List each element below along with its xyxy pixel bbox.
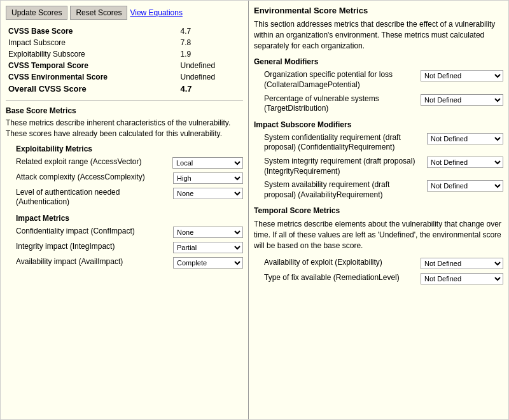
- impact-section: Impact Metrics Confidentiality impact (C…: [6, 214, 243, 269]
- metric-label: Organization specific potential for loss…: [264, 70, 421, 90]
- metric-label: Availability of exploit (Exploitability): [264, 258, 421, 268]
- metric-row: Integrity impact (IntegImpact)NonePartia…: [6, 242, 243, 253]
- metric-select[interactable]: NonePartialComplete: [173, 257, 243, 269]
- impact-subscore-value: 7.8: [179, 38, 242, 48]
- left-panel: Update Scores Reset Scores View Equation…: [1, 1, 249, 419]
- metric-label: System availability requirement (draft p…: [264, 180, 427, 200]
- metric-label: Attack complexity (AccessComplexity): [16, 172, 173, 183]
- metric-select[interactable]: NonePartialComplete: [173, 242, 243, 253]
- metric-select[interactable]: Not DefinedLowMediumHigh: [427, 133, 503, 144]
- impact-title: Impact Metrics: [16, 214, 243, 223]
- exploitability-subscore-label: Exploitability Subscore: [7, 49, 178, 59]
- overall-score-label: Overall CVSS Score: [7, 83, 178, 94]
- base-score-label: CVSS Base Score: [7, 26, 178, 36]
- env-score-title: Environmental Score Metrics: [254, 6, 503, 15]
- base-metrics-title: Base Score Metrics: [6, 106, 243, 115]
- impact-modifiers-title: Impact Subscore Modifiers: [254, 120, 503, 129]
- metric-label: System confidentiality requirement (draf…: [264, 133, 427, 153]
- metric-row: Related exploit range (AccessVector)Loca…: [6, 157, 243, 169]
- metric-row: Confidentiality impact (ConfImpact)NoneP…: [6, 227, 243, 238]
- temporal-metrics-section: Temporal Score Metrics These metrics des…: [254, 206, 503, 284]
- general-modifiers-title: General Modifiers: [254, 57, 503, 66]
- metric-row: Availability of exploit (Exploitability)…: [254, 258, 503, 269]
- impact-modifiers-section: Impact Subscore Modifiers System confide…: [254, 120, 503, 200]
- metric-row: Organization specific potential for loss…: [254, 70, 503, 90]
- metric-row: Availability impact (AvailImpact)NonePar…: [6, 257, 243, 269]
- metric-row: System integrity requirement (draft prop…: [254, 157, 503, 176]
- metric-select[interactable]: HighMediumLow: [173, 172, 243, 184]
- metric-select[interactable]: Not DefinedNoneLowLow-MediumMedium-HighH…: [421, 70, 503, 81]
- exploitability-subscore-value: 1.9: [179, 49, 242, 59]
- metric-label: Percentage of vulnerable systems (Target…: [264, 94, 421, 114]
- environmental-score-value: Undefined: [179, 72, 242, 82]
- metric-label: Type of fix available (RemediationLevel): [264, 273, 421, 283]
- exploitability-section: Exploitability Metrics Related exploit r…: [6, 144, 243, 207]
- overall-score-value: 4.7: [179, 83, 242, 94]
- metric-select[interactable]: LocalAdjacent NetworkNetwork: [172, 157, 243, 169]
- base-metrics-desc: These metrics describe inherent characte…: [6, 118, 243, 139]
- metric-row: System confidentiality requirement (draf…: [254, 133, 503, 153]
- update-scores-button[interactable]: Update Scores: [6, 6, 67, 20]
- metric-label: Level of authentication needed (Authenti…: [16, 188, 173, 207]
- metric-select[interactable]: Not DefinedLowMediumHigh: [427, 180, 503, 192]
- metric-select[interactable]: Not DefinedLowMediumHigh: [427, 157, 503, 168]
- temporal-metrics-desc: These metrics describe elements about th…: [254, 219, 503, 251]
- metric-row: System availability requirement (draft p…: [254, 180, 503, 200]
- metric-select[interactable]: NoneSingleMultiple: [173, 188, 243, 199]
- view-equations-link[interactable]: View Equations: [130, 6, 183, 20]
- metric-row: Attack complexity (AccessComplexity)High…: [6, 172, 243, 184]
- metric-select[interactable]: NonePartialComplete: [173, 227, 243, 238]
- exploitability-title: Exploitability Metrics: [16, 144, 243, 153]
- metric-label: Confidentiality impact (ConfImpact): [16, 227, 173, 237]
- metric-select[interactable]: Not DefinedOfficial FixTemporary FixWork…: [421, 273, 503, 284]
- impact-metrics-container: Confidentiality impact (ConfImpact)NoneP…: [6, 227, 243, 269]
- metric-select[interactable]: Not DefinedUnprovenProof-of-ConceptFunct…: [421, 258, 503, 269]
- metric-select[interactable]: Not DefinedNoneLowMediumHigh: [421, 94, 503, 106]
- impact-subscore-label: Impact Subscore: [7, 38, 178, 48]
- metric-label: Availability impact (AvailImpact): [16, 257, 173, 267]
- metric-row: Level of authentication needed (Authenti…: [6, 188, 243, 207]
- metric-label: Integrity impact (IntegImpact): [16, 242, 173, 252]
- general-modifiers-section: General Modifiers Organization specific …: [254, 57, 503, 113]
- metric-label: Related exploit range (AccessVector): [16, 157, 172, 167]
- scores-table: CVSS Base Score 4.7 Impact Subscore 7.8 …: [6, 25, 243, 95]
- environmental-score-label: CVSS Environmental Score: [7, 72, 178, 82]
- impact-modifiers-container: System confidentiality requirement (draf…: [254, 133, 503, 200]
- exploit-metrics-container: Related exploit range (AccessVector)Loca…: [6, 157, 243, 207]
- divider: [6, 101, 243, 101]
- toolbar: Update Scores Reset Scores View Equation…: [6, 6, 243, 20]
- metric-row: Percentage of vulnerable systems (Target…: [254, 94, 503, 114]
- metric-row: Type of fix available (RemediationLevel)…: [254, 273, 503, 284]
- temporal-score-label: CVSS Temporal Score: [7, 60, 178, 71]
- metric-label: System integrity requirement (draft prop…: [264, 157, 427, 176]
- base-score-value: 4.7: [179, 26, 242, 36]
- temporal-metrics-title: Temporal Score Metrics: [254, 206, 503, 215]
- general-modifiers-container: Organization specific potential for loss…: [254, 70, 503, 113]
- right-panel: Environmental Score Metrics This section…: [249, 1, 508, 419]
- temporal-score-value: Undefined: [179, 60, 242, 71]
- reset-scores-button[interactable]: Reset Scores: [70, 6, 127, 20]
- env-score-desc: This section addresses metrics that desc…: [254, 19, 503, 51]
- temporal-metrics-container: Availability of exploit (Exploitability)…: [254, 258, 503, 284]
